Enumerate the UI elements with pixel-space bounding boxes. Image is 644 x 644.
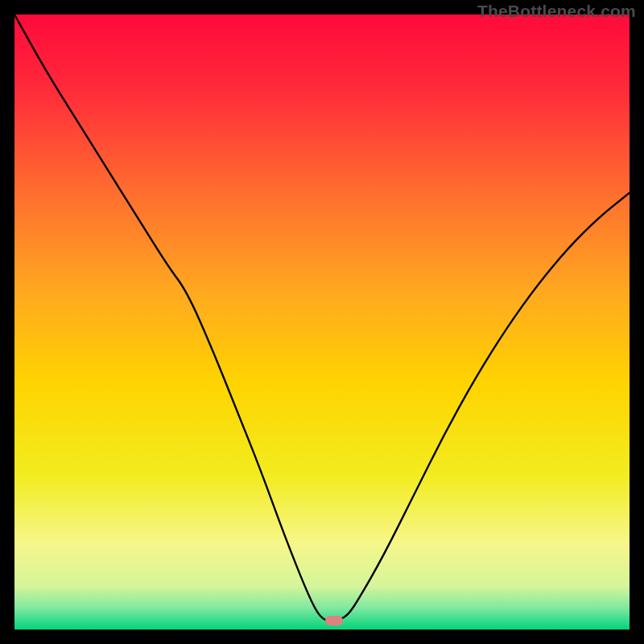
optimal-point-marker [325, 616, 343, 625]
chart-frame: TheBottleneck.com [0, 0, 644, 644]
watermark-text: TheBottleneck.com [477, 2, 636, 21]
bottleneck-chart [14, 14, 630, 630]
gradient-background [14, 14, 630, 630]
